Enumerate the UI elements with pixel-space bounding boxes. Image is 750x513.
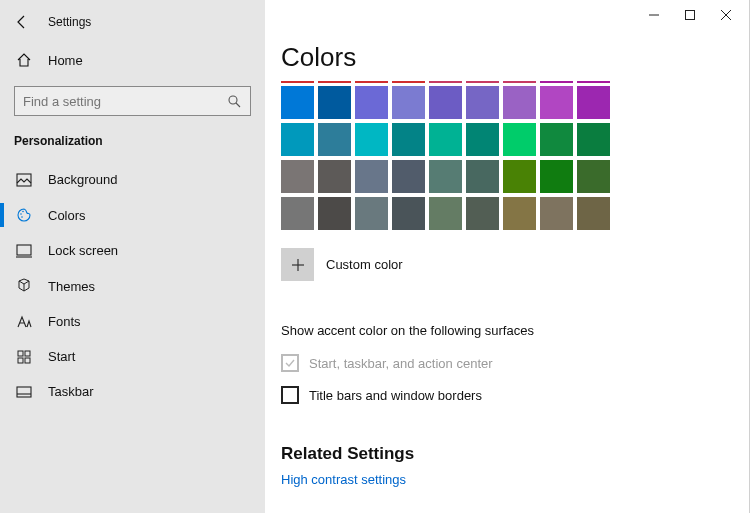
color-swatch[interactable] — [503, 197, 536, 230]
color-swatch[interactable] — [318, 86, 351, 119]
svg-rect-2 — [17, 174, 31, 186]
color-swatch[interactable] — [429, 86, 462, 119]
nav-label: Lock screen — [48, 243, 118, 258]
high-contrast-link[interactable]: High contrast settings — [265, 472, 749, 487]
palette-icon — [14, 207, 34, 223]
nav-lock-screen[interactable]: Lock screen — [0, 233, 265, 268]
color-swatch[interactable] — [577, 160, 610, 193]
svg-rect-11 — [25, 358, 30, 363]
svg-point-3 — [20, 213, 22, 215]
svg-rect-9 — [25, 351, 30, 356]
color-swatch[interactable] — [392, 86, 425, 119]
search-icon — [226, 93, 242, 109]
custom-color-label: Custom color — [326, 257, 403, 272]
back-icon[interactable] — [14, 14, 30, 30]
nav-label: Taskbar — [48, 384, 94, 399]
search-input[interactable] — [23, 94, 226, 109]
nav-taskbar[interactable]: Taskbar — [0, 374, 265, 409]
color-swatch[interactable] — [503, 86, 536, 119]
color-swatch[interactable] — [577, 86, 610, 119]
swatch-indicator — [503, 81, 536, 83]
color-swatch[interactable] — [429, 197, 462, 230]
close-icon[interactable] — [719, 8, 733, 22]
color-swatch[interactable] — [392, 123, 425, 156]
color-swatch[interactable] — [281, 197, 314, 230]
color-swatch[interactable] — [503, 160, 536, 193]
checkbox-label: Start, taskbar, and action center — [309, 356, 493, 371]
svg-rect-15 — [686, 11, 695, 20]
svg-line-1 — [236, 103, 240, 107]
color-swatch[interactable] — [281, 86, 314, 119]
color-swatch[interactable] — [355, 197, 388, 230]
color-swatch[interactable] — [429, 123, 462, 156]
section-label: Personalization — [0, 132, 265, 162]
color-swatch[interactable] — [355, 86, 388, 119]
minimize-icon[interactable] — [647, 8, 661, 22]
color-swatch[interactable] — [318, 123, 351, 156]
fonts-icon — [14, 315, 34, 329]
color-swatch[interactable] — [540, 86, 573, 119]
nav-label: Start — [48, 349, 75, 364]
svg-rect-10 — [18, 358, 23, 363]
color-swatch[interactable] — [503, 123, 536, 156]
nav-background[interactable]: Background — [0, 162, 265, 197]
color-swatch[interactable] — [466, 197, 499, 230]
maximize-icon[interactable] — [683, 8, 697, 22]
color-swatch[interactable] — [540, 123, 573, 156]
swatch-indicator — [466, 81, 499, 83]
color-swatch[interactable] — [466, 123, 499, 156]
related-heading: Related Settings — [265, 414, 749, 472]
swatch-indicator — [540, 81, 573, 83]
color-swatch[interactable] — [577, 123, 610, 156]
color-swatch[interactable] — [577, 197, 610, 230]
lock-screen-icon — [14, 244, 34, 258]
swatch-indicator — [281, 81, 314, 83]
checkbox-label: Title bars and window borders — [309, 388, 482, 403]
color-swatch[interactable] — [429, 160, 462, 193]
checkbox-icon — [281, 354, 299, 372]
nav-label: Colors — [48, 208, 86, 223]
surfaces-heading: Show accent color on the following surfa… — [265, 281, 749, 350]
swatch-indicator — [355, 81, 388, 83]
color-swatch[interactable] — [466, 86, 499, 119]
svg-point-5 — [21, 216, 23, 218]
home-nav[interactable]: Home — [0, 42, 265, 78]
color-swatch[interactable] — [281, 123, 314, 156]
start-icon — [14, 350, 34, 364]
color-swatch[interactable] — [466, 160, 499, 193]
nav-colors[interactable]: Colors — [0, 197, 265, 233]
color-swatch[interactable] — [540, 160, 573, 193]
image-icon — [14, 173, 34, 187]
nav-themes[interactable]: Themes — [0, 268, 265, 304]
color-swatch[interactable] — [318, 197, 351, 230]
add-custom-color-button[interactable] — [281, 248, 314, 281]
svg-rect-12 — [17, 387, 31, 397]
svg-point-4 — [22, 211, 24, 213]
color-swatch[interactable] — [540, 197, 573, 230]
color-swatch[interactable] — [392, 160, 425, 193]
nav-label: Fonts — [48, 314, 81, 329]
svg-point-0 — [229, 96, 237, 104]
swatch-indicator — [429, 81, 462, 83]
checkbox-start-taskbar: Start, taskbar, and action center — [265, 350, 749, 382]
home-icon — [14, 52, 34, 68]
nav-label: Themes — [48, 279, 95, 294]
app-title: Settings — [48, 15, 91, 29]
checkbox-title-bars[interactable]: Title bars and window borders — [265, 382, 749, 414]
swatch-indicator — [392, 81, 425, 83]
svg-rect-8 — [18, 351, 23, 356]
themes-icon — [14, 278, 34, 294]
color-swatch[interactable] — [281, 160, 314, 193]
color-swatch[interactable] — [392, 197, 425, 230]
color-swatch[interactable] — [355, 123, 388, 156]
nav-fonts[interactable]: Fonts — [0, 304, 265, 339]
search-input-container[interactable] — [14, 86, 251, 116]
swatch-indicator — [318, 81, 351, 83]
color-swatch[interactable] — [355, 160, 388, 193]
nav-label: Background — [48, 172, 117, 187]
color-swatch[interactable] — [318, 160, 351, 193]
home-label: Home — [48, 53, 83, 68]
nav-start[interactable]: Start — [0, 339, 265, 374]
checkbox-icon[interactable] — [281, 386, 299, 404]
svg-rect-6 — [17, 245, 31, 255]
